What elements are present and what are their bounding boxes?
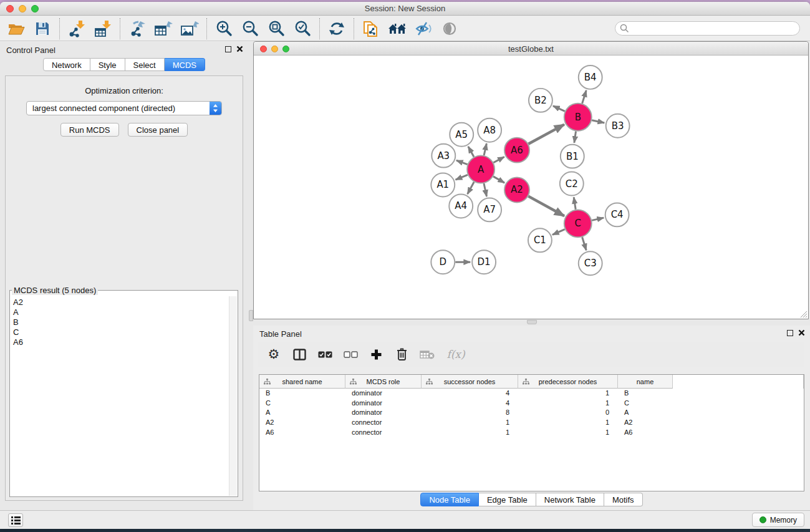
table-row[interactable]: Bdominator41B [259,389,804,399]
export-table-icon [154,20,173,37]
open-session-button[interactable] [6,19,26,39]
graph-edge-C-C1[interactable] [552,230,565,235]
result-list-scrollbar[interactable] [229,296,237,496]
table-row[interactable]: Cdominator41C [259,399,804,409]
result-item[interactable]: C [13,327,226,337]
tab-mcds[interactable]: MCDS [165,58,205,71]
graph-edge-A-A4[interactable] [468,182,475,194]
graph-edge-A-A7[interactable] [484,183,487,196]
table-tab-motifs[interactable]: Motifs [604,493,643,506]
float-panel-icon[interactable] [787,330,793,336]
network-graph-canvas[interactable]: B4B2BB3A5A8A6B1A3AC2A1A2A4A7C4CC1DD1C3 [254,56,808,319]
zoom-in-icon [216,20,233,37]
graph-edge-B-B3[interactable] [592,120,604,123]
split-columns-button[interactable] [291,346,307,362]
graph-node-label: B4 [584,72,597,83]
graph-edge-A-A6[interactable] [493,157,504,162]
show-visual-properties-button[interactable] [440,19,460,39]
column-header-name[interactable]: name [618,375,673,389]
control-panel-title: Control Panel [6,46,55,55]
resize-grip-icon[interactable] [799,310,808,318]
table-row[interactable]: Adominator80A [259,408,804,418]
graph-edge-A-A2[interactable] [493,177,504,183]
table-row[interactable]: A6connector11A6 [259,428,804,438]
zoom-fit-button[interactable] [266,19,286,39]
home-houses-icon [388,21,407,36]
zoom-in-button[interactable] [214,19,234,39]
create-column-button[interactable] [368,346,384,362]
export-image-button[interactable] [180,19,200,39]
delete-columns-button[interactable] [393,346,410,362]
table-tab-edge-table[interactable]: Edge Table [479,493,536,506]
tab-network[interactable]: Network [43,58,90,71]
gear-icon: ⚙ [268,347,280,361]
graph-edge-C-C3[interactable] [582,237,587,250]
zoom-selected-button[interactable] [292,19,312,39]
zoom-selected-icon [294,20,311,37]
table-tab-network-table[interactable]: Network Table [536,493,604,506]
column-header-successor-nodes[interactable]: successor nodes [422,375,518,389]
search-input[interactable] [615,21,800,36]
criterion-dropdown[interactable]: largest connected component (directed) [26,101,222,115]
function-builder-button[interactable]: f(x) [445,346,467,362]
toolbar-separator [206,18,207,39]
import-network-button[interactable] [67,19,87,39]
tab-style[interactable]: Style [90,58,125,71]
run-mcds-button[interactable]: Run MCDS [60,123,119,137]
graph-node-label: A3 [437,150,450,162]
export-network-icon [128,20,146,37]
graph-edge-B-B4[interactable] [582,90,587,104]
delete-table-button[interactable] [419,346,435,362]
column-header-predecessor-nodes[interactable]: predecessor nodes [518,375,618,389]
control-panel-header: Control Panel [0,42,248,58]
float-panel-icon[interactable] [225,46,231,52]
mcds-result-list[interactable]: A2ABCA6 [11,296,228,496]
graph-edge-A2-C[interactable] [528,196,564,216]
select-all-button[interactable] [317,346,333,362]
graph-edge-A-A3[interactable] [456,160,468,164]
graph-edge-C-C2[interactable] [574,197,576,209]
hide-visual-properties-button[interactable] [413,19,433,39]
result-item[interactable]: A [13,307,226,317]
result-item[interactable]: B [13,317,226,327]
graph-edge-B-B1[interactable] [574,131,576,142]
table-tab-node-table[interactable]: Node Table [420,493,479,506]
graph-edge-A-A8[interactable] [484,143,486,155]
task-history-button[interactable] [8,513,23,527]
graph-edge-A-A1[interactable] [456,175,468,180]
close-panel-button[interactable]: Close panel [128,123,188,137]
memory-button[interactable]: Memory [752,513,804,527]
graph-edge-A-A5[interactable] [468,147,474,157]
column-header-mcds-role[interactable]: MCDS role [345,375,422,389]
export-network-button[interactable] [127,19,147,39]
refresh-button[interactable] [327,19,347,39]
table-cell: A2 [618,418,673,428]
graph-node-label: C3 [584,258,597,269]
graph-node-label: A5 [455,129,468,140]
import-table-button[interactable] [93,19,113,39]
graph-edge-C-C4[interactable] [592,218,604,220]
close-panel-icon[interactable] [798,329,805,336]
home-button[interactable] [387,19,407,39]
graph-edge-B-B2[interactable] [553,106,565,112]
duplicate-network-button[interactable] [361,19,381,39]
deselect-all-button[interactable] [342,346,359,362]
save-session-button[interactable] [32,19,52,39]
export-table-button[interactable] [153,19,173,39]
column-header-shared-name[interactable]: shared name [259,375,345,389]
vertical-splitter-handle[interactable] [249,310,253,321]
table-row[interactable]: A2connector11A2 [259,418,804,428]
graph-node-label: A6 [511,145,523,156]
close-panel-icon[interactable] [236,46,243,52]
result-item[interactable]: A6 [13,337,226,347]
zoom-out-button[interactable] [240,19,260,39]
horizontal-splitter-handle[interactable] [527,320,537,324]
toolbar-separator [354,18,354,39]
zoom-out-icon [242,20,259,37]
result-item[interactable]: A2 [13,297,226,307]
table-cell: connector [345,418,422,428]
graph-edge-A6-B[interactable] [528,125,564,144]
graph-node-label: B [575,112,581,123]
tab-select[interactable]: Select [125,58,165,71]
table-options-button[interactable]: ⚙ [266,346,282,362]
